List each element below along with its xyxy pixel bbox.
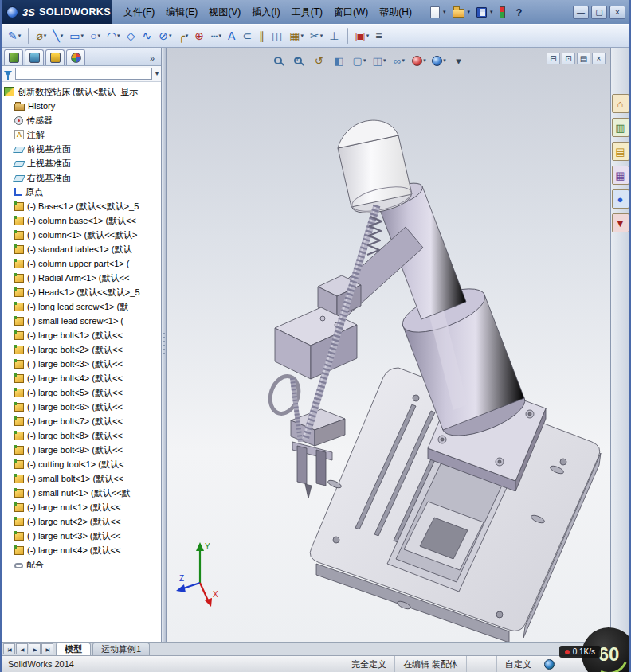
mirror-entities-icon[interactable]: ◫	[269, 26, 285, 45]
tree-item[interactable]: (-) small bolt<1> (默认<<	[2, 471, 161, 486]
menu-item[interactable]: 文件(F)	[118, 2, 160, 22]
menu-item[interactable]: 插入(I)	[246, 2, 285, 22]
tree-item[interactable]: (-) large bolt<5> (默认<<	[2, 385, 161, 400]
motion-study-tab[interactable]: 运动算例1	[92, 643, 150, 655]
menu-item[interactable]: 工具(T)	[286, 2, 328, 22]
new-document-icon[interactable]: ▾	[430, 6, 446, 18]
last-tab-button[interactable]: ▶|	[41, 643, 53, 654]
save-icon[interactable]: ▾	[476, 7, 493, 18]
tree-item[interactable]: 创新数控钻床 (默认<默认_显示	[2, 84, 161, 99]
tree-item[interactable]: (-) long lead screw<1> (默	[2, 299, 161, 314]
tree-item[interactable]: 注解	[2, 127, 161, 142]
globe-icon[interactable]	[544, 659, 555, 670]
spline-icon[interactable]: ∿	[139, 26, 155, 45]
panel-splitter[interactable]	[162, 48, 167, 642]
menu-item[interactable]: 视图(V)	[203, 2, 246, 22]
tree-item[interactable]: (-) large nut<2> (默认<<	[2, 514, 161, 529]
tree-item[interactable]: (-) Radial Arm<1> (默认<<	[2, 271, 161, 285]
chevron-down-icon[interactable]: ▾	[155, 70, 159, 77]
menu-item[interactable]: 窗口(W)	[328, 2, 374, 22]
tree-item[interactable]: (-) standard table<1> (默认	[2, 242, 161, 256]
view-palette-icon[interactable]: ▦	[612, 166, 629, 185]
minimize-button[interactable]: —	[573, 6, 589, 19]
tree-item[interactable]: 上视基准面	[2, 156, 161, 170]
tree-filter-input[interactable]	[15, 68, 152, 80]
tree-item[interactable]: (-) large bolt<6> (默认<<	[2, 400, 161, 414]
zoom-fit-icon[interactable]	[272, 53, 288, 68]
centerline-icon[interactable]: ┄ ▾	[209, 26, 224, 45]
tree-item[interactable]: (-) small lead screw<1> (	[2, 314, 161, 328]
edit-appearance-icon[interactable]: ▾	[411, 53, 427, 68]
doc-tile-icon[interactable]: ▤	[577, 53, 590, 64]
rectangle-icon[interactable]: ▭ ▾	[67, 26, 86, 45]
toolbar-options-icon[interactable]: ≡	[373, 26, 385, 45]
text-icon[interactable]: A	[225, 26, 238, 45]
tree-item[interactable]: (-) large bolt<8> (默认<<	[2, 428, 161, 443]
tree-item[interactable]: 传感器	[2, 113, 161, 127]
view-orientation-icon[interactable]: ▢ ▾	[351, 53, 367, 68]
tree-item[interactable]: 右视基准面	[2, 170, 161, 185]
next-tab-button[interactable]: ▶	[29, 643, 41, 654]
displaymanager-tab[interactable]	[66, 49, 85, 65]
separator[interactable]	[28, 28, 29, 44]
panel-chevron-icon[interactable]: »	[150, 53, 159, 65]
model-3d-view[interactable]	[167, 48, 610, 642]
configurationmanager-tab[interactable]	[45, 49, 65, 65]
featuremanager-tab[interactable]	[4, 49, 23, 65]
view-settings-icon[interactable]: ▾	[451, 53, 467, 68]
point-icon[interactable]: ⊕	[192, 26, 207, 45]
tree-item[interactable]: (-) cutting tool<1> (默认<	[2, 457, 161, 471]
file-explorer-icon[interactable]: ▤	[612, 142, 629, 161]
menu-item[interactable]: 编辑(E)	[160, 2, 203, 22]
model-tab[interactable]: 模型	[56, 643, 91, 655]
circle-icon[interactable]: ○ ▾	[88, 26, 103, 45]
tree-item[interactable]: (-) large nut<3> (默认<<	[2, 529, 161, 543]
tree-item[interactable]: (-) column base<1> (默认<<	[2, 213, 161, 228]
separator[interactable]	[347, 28, 348, 44]
tree-item[interactable]: History	[2, 99, 161, 113]
previous-view-icon[interactable]: ↺	[312, 53, 327, 68]
line-icon[interactable]: ╲ ▾	[50, 26, 65, 45]
apply-scene-icon[interactable]: ▾	[431, 53, 447, 68]
open-icon[interactable]: ▾	[453, 6, 471, 18]
tree-item[interactable]: (-) column upper part<1> (	[2, 256, 161, 271]
tree-item[interactable]: (-) large bolt<7> (默认<<	[2, 414, 161, 428]
display-style-icon[interactable]: ◫ ▾	[371, 53, 387, 68]
tree-item[interactable]: (-) Head<1> (默认<<默认>_5	[2, 285, 161, 299]
maximize-button[interactable]: ▢	[591, 6, 607, 19]
ellipse-icon[interactable]: ⊘ ▾	[156, 26, 174, 45]
tree-item[interactable]: (-) column<1> (默认<<默认>	[2, 228, 161, 242]
sketch-fillet-icon[interactable]: ╭ ▾	[175, 26, 190, 45]
arc-icon[interactable]: ◠ ▾	[104, 26, 123, 45]
propertymanager-tab[interactable]	[25, 49, 44, 65]
tree-item[interactable]: (-) small nut<1> (默认<<默	[2, 486, 161, 500]
tree-item[interactable]: (-) Base<1> (默认<<默认>_5	[2, 199, 161, 213]
tree-item[interactable]: (-) large nut<4> (默认<<	[2, 543, 161, 557]
polygon-icon[interactable]: ◇	[124, 26, 139, 45]
linear-pattern-icon[interactable]: ▦ ▾	[287, 26, 306, 45]
first-tab-button[interactable]: |◀	[3, 643, 15, 654]
smart-dimension-icon[interactable]: ⌀ ▾	[33, 26, 49, 45]
trim-entities-icon[interactable]: ✂ ▾	[308, 26, 325, 45]
menu-item[interactable]: 帮助(H)	[374, 2, 417, 22]
prev-tab-button[interactable]: ◀	[16, 643, 28, 654]
offset-entities-icon[interactable]: ∥	[257, 26, 268, 45]
resources-home-icon[interactable]: ⌂	[612, 94, 629, 113]
tree-item[interactable]: (-) large bolt<4> (默认<<	[2, 371, 161, 385]
tree-item[interactable]: 原点	[2, 185, 161, 199]
graphics-viewport[interactable]: ↺ ◧ ▢ ▾ ◫ ▾	[167, 48, 610, 642]
tree-item[interactable]: (-) large bolt<2> (默认<<	[2, 342, 161, 357]
tree-item[interactable]: (-) large bolt<1> (默认<<	[2, 328, 161, 342]
appearances-icon[interactable]: ●	[612, 189, 629, 209]
relations-icon[interactable]: ⊥	[327, 26, 342, 45]
tree-item[interactable]: 配合	[2, 557, 161, 572]
tree-item[interactable]: (-) large nut<1> (默认<<	[2, 500, 161, 514]
doc-minimize-icon[interactable]: ⊟	[547, 53, 560, 64]
tree-item[interactable]: (-) large bolt<9> (默认<<	[2, 443, 161, 457]
hide-show-items-icon[interactable]: ∞ ▾	[391, 53, 407, 68]
zoom-area-icon[interactable]	[292, 53, 308, 68]
convert-entities-icon[interactable]: ⊂	[240, 26, 255, 45]
tree-item[interactable]: (-) large bolt<3> (默认<<	[2, 357, 161, 371]
sketch-icon[interactable]: ✎ ▾	[6, 26, 23, 45]
doc-restore-icon[interactable]: ⊡	[562, 53, 575, 64]
